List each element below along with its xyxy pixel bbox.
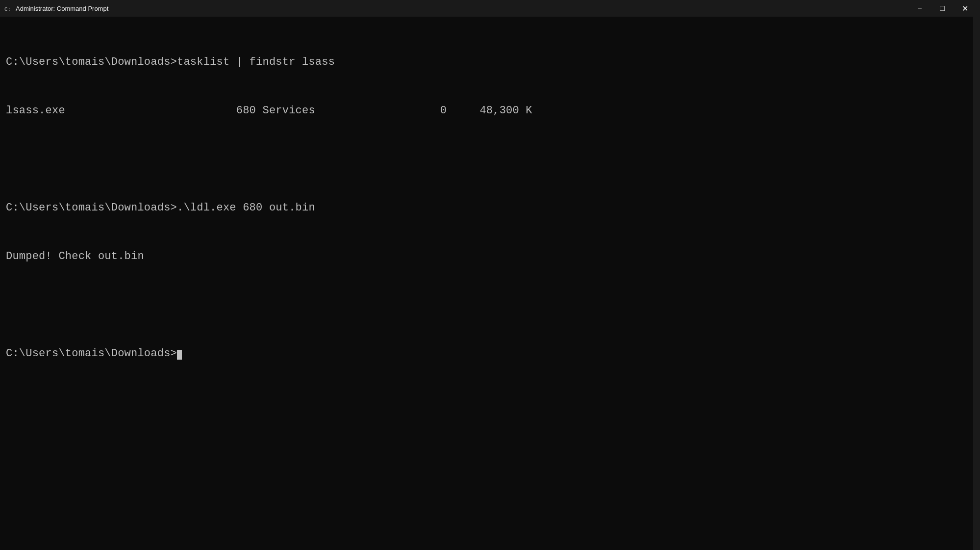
current-prompt-line: C:\Users\tomais\Downloads> <box>6 345 974 362</box>
scrollbar[interactable] <box>973 17 980 550</box>
lsass-process: lsass.exe 680 Services 0 48,300 K <box>6 105 532 117</box>
title-bar: C: Administrator: Command Prompt − □ ✕ <box>0 0 980 17</box>
cmd-icon: C: <box>4 4 12 12</box>
window-title: Administrator: Command Prompt <box>16 5 108 12</box>
blank-line-1 <box>6 151 974 167</box>
blank-line-2 <box>6 297 974 313</box>
tasklist-command: C:\Users\tomais\Downloads>tasklist | fin… <box>6 56 335 68</box>
close-button[interactable]: ✕ <box>954 0 976 17</box>
cmd-line-1: C:\Users\tomais\Downloads>tasklist | fin… <box>6 54 974 70</box>
svg-text:C:: C: <box>4 6 11 12</box>
ldl-command-line: C:\Users\tomais\Downloads>.\ldl.exe 680 … <box>6 200 974 216</box>
maximize-button[interactable]: □ <box>931 0 954 17</box>
title-bar-left: C: Administrator: Command Prompt <box>4 4 108 12</box>
cursor <box>177 350 182 360</box>
minimize-button[interactable]: − <box>908 0 931 17</box>
terminal-body[interactable]: C:\Users\tomais\Downloads>tasklist | fin… <box>0 17 980 550</box>
ldl-command: C:\Users\tomais\Downloads>.\ldl.exe 680 … <box>6 202 315 214</box>
title-bar-controls: − □ ✕ <box>908 0 976 17</box>
current-prompt: C:\Users\tomais\Downloads> <box>6 347 177 360</box>
dumped-message: Dumped! Check out.bin <box>6 250 144 262</box>
cmd-window: C: Administrator: Command Prompt − □ ✕ C… <box>0 0 980 550</box>
dumped-output-line: Dumped! Check out.bin <box>6 248 974 264</box>
lsass-output-line: lsass.exe 680 Services 0 48,300 K <box>6 103 974 119</box>
